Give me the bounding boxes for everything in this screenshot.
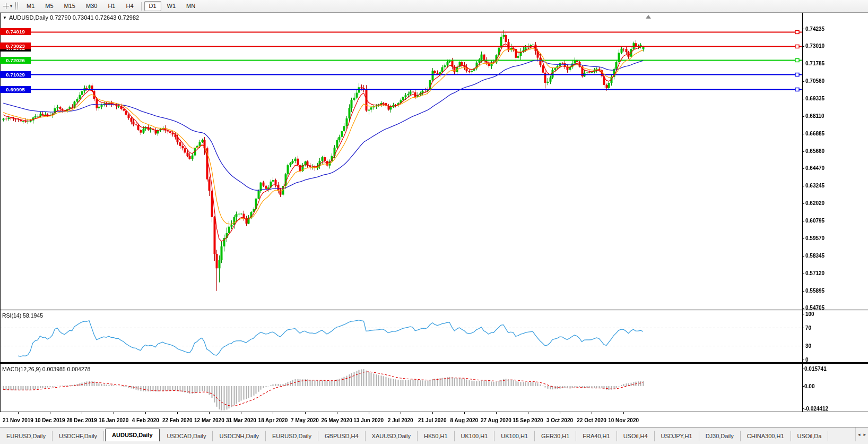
- price-axis-label: 0.65660: [805, 148, 824, 154]
- price-line-badge: 0.69995: [0, 86, 31, 93]
- market-tab-ger30-h1[interactable]: GER30,H1: [535, 431, 576, 441]
- timeframe-button-w1[interactable]: W1: [162, 1, 181, 11]
- date-axis-label: 10 Dec 2019: [34, 417, 65, 423]
- tab-scroll-buttons: ◂ ▸: [855, 428, 868, 441]
- timeframe-button-mn[interactable]: MN: [181, 1, 200, 11]
- price-axis-label: 0.57120: [805, 270, 824, 276]
- chart-symbol-label: AUDUSD,Daily: [9, 14, 48, 21]
- date-axis-label: 13 Jun 2020: [353, 417, 384, 423]
- dropdown-caret-icon: ▾: [10, 4, 12, 8]
- price-axis-label: 0.66885: [805, 131, 824, 136]
- price-axis-label: 0.68110: [805, 113, 824, 119]
- date-axis-label: 7 May 2020: [291, 417, 319, 423]
- timeframe-button-d1[interactable]: D1: [144, 1, 161, 11]
- market-tab-usdcnh-daily[interactable]: USDCNH,Daily: [213, 431, 266, 441]
- market-tab-usoil-da[interactable]: USOil,Da: [791, 431, 829, 441]
- market-tab-eurusd-daily[interactable]: EURUSD,Daily: [266, 431, 318, 441]
- market-tab-china300-h1[interactable]: CHINA300,H1: [741, 431, 791, 441]
- date-axis-label: 21 Jul 2020: [418, 417, 446, 423]
- market-tab-hk50-h1[interactable]: HK50,H1: [418, 431, 455, 441]
- date-axis-label: 22 Oct 2020: [577, 417, 606, 423]
- chart-ohlc-values: 0.72790 0.73041 0.72643 0.72982: [50, 14, 139, 21]
- date-axis-label: 10 Nov 2020: [608, 417, 639, 423]
- market-tab-usdchf-daily[interactable]: USDCHF,Daily: [53, 431, 104, 441]
- collapse-triangle-icon: ▼: [3, 15, 7, 20]
- date-axis-label: 28 Dec 2019: [66, 417, 97, 423]
- timeframe-button-m5[interactable]: M5: [40, 1, 58, 11]
- macd-axis-label: 0.00: [804, 383, 814, 389]
- market-tab-usoil-h4[interactable]: USOil,H4: [617, 431, 655, 441]
- market-tab-audusd-daily[interactable]: AUDUSD,Daily: [105, 429, 159, 441]
- price-line-badge: 0.72026: [0, 57, 31, 64]
- macd-axis-label: -0.024412: [804, 406, 828, 412]
- price-axis-label: 0.69335: [805, 96, 824, 101]
- date-axis-label: 4 Feb 2020: [132, 417, 159, 423]
- timeframe-button-group: M1M5M15M30H1H4D1W1MN: [21, 1, 201, 11]
- market-tab-xauusd-daily[interactable]: XAUUSD,Daily: [366, 431, 418, 441]
- market-tab-usdcad-daily[interactable]: USDCAD,Daily: [161, 431, 213, 441]
- toolbar-grip[interactable]: [15, 2, 18, 10]
- price-axis-label: 0.71785: [805, 61, 824, 66]
- date-axis-label: 27 Aug 2020: [481, 417, 511, 423]
- price-line-badge: 0.74019: [0, 28, 31, 35]
- chart-tab-bar: EURUSD,DailyUSDCHF,DailyAUDUSD,DailyUSDC…: [0, 427, 868, 441]
- market-tab-gbpusd-h4[interactable]: GBPUSD,H4: [318, 431, 366, 441]
- market-tab-fra40-h1[interactable]: FRA40,H1: [576, 431, 617, 441]
- date-axis-label: 18 Apr 2020: [258, 417, 288, 423]
- price-axis-label: 0.64470: [805, 165, 824, 171]
- date-axis-label: 3 Oct 2020: [546, 417, 573, 423]
- market-tab-uk100-h1[interactable]: UK100,H1: [494, 431, 535, 441]
- timeframe-button-m30[interactable]: M30: [81, 1, 102, 11]
- price-axis-label: 0.63245: [805, 183, 824, 189]
- tab-scroll-left-icon[interactable]: ◂: [858, 432, 861, 437]
- date-axis-label: 22 Feb 2020: [162, 417, 193, 423]
- date-axis-label: 31 Mar 2020: [226, 417, 256, 423]
- rsi-axis-label: 0: [805, 357, 809, 363]
- rsi-axis-label: 70: [805, 325, 811, 331]
- date-axis-label: 15 Sep 2020: [513, 417, 543, 423]
- market-tab-dj30-daily[interactable]: DJ30,Daily: [699, 431, 741, 441]
- price-axis-label: 0.74235: [805, 26, 824, 32]
- price-chart-canvas[interactable]: [0, 0, 868, 444]
- rsi-indicator-label: RSI(14) 58.1945: [2, 312, 43, 319]
- price-axis-label: 0.70560: [805, 78, 824, 84]
- date-axis-label: 16 Jan 2020: [99, 417, 128, 423]
- price-axis-label: 0.60795: [805, 218, 824, 224]
- chart-title: ▼AUDUSD,Daily 0.72790 0.73041 0.72643 0.…: [3, 14, 139, 21]
- market-tab-uk100-h1[interactable]: UK100,H1: [455, 431, 495, 441]
- toolbar: ▾ M1M5M15M30H1H4D1W1MN: [0, 0, 868, 13]
- price-line-badge: 0.73023: [0, 42, 31, 49]
- price-axis-label: 0.55895: [805, 288, 824, 294]
- rsi-axis-label: 100: [805, 311, 814, 317]
- timeframe-button-h4[interactable]: H4: [121, 1, 138, 11]
- date-axis-label: 21 Nov 2019: [3, 417, 33, 423]
- mt4-window: { "toolbar": { "timeframes": ["M1","M5",…: [0, 0, 868, 444]
- market-tab-usdjpy-h1[interactable]: USDJPY,H1: [655, 431, 699, 441]
- price-axis-label: 0.54705: [805, 305, 824, 311]
- date-axis-label: 12 Mar 2020: [194, 417, 224, 423]
- price-line-badge: 0.71029: [0, 71, 31, 78]
- price-axis-label: 0.73010: [805, 43, 824, 49]
- price-axis-label: 0.58345: [805, 253, 824, 259]
- date-axis-label: 26 May 2020: [321, 417, 352, 423]
- tab-scroll-right-icon[interactable]: ▸: [863, 432, 866, 437]
- price-axis-label: 0.59570: [805, 235, 824, 241]
- macd-indicator-label: MACD(12,26,9) 0.003985 0.004278: [2, 366, 90, 372]
- date-axis-label: 2 Jul 2020: [388, 417, 413, 423]
- crosshair-icon: [3, 3, 9, 9]
- timeframe-button-m15[interactable]: M15: [59, 1, 80, 11]
- toolbar-separator: [141, 2, 142, 11]
- timeframe-button-h1[interactable]: H1: [103, 1, 120, 11]
- rsi-axis-label: 30: [805, 343, 811, 349]
- macd-axis-label: 0.015741: [804, 366, 827, 372]
- date-axis-label: 8 Aug 2020: [450, 417, 478, 423]
- timeframe-button-m1[interactable]: M1: [22, 1, 39, 11]
- price-axis-label: 0.62020: [805, 200, 824, 206]
- crosshair-tool-button[interactable]: ▾: [0, 1, 14, 12]
- market-tab-eurusd-daily[interactable]: EURUSD,Daily: [0, 431, 53, 441]
